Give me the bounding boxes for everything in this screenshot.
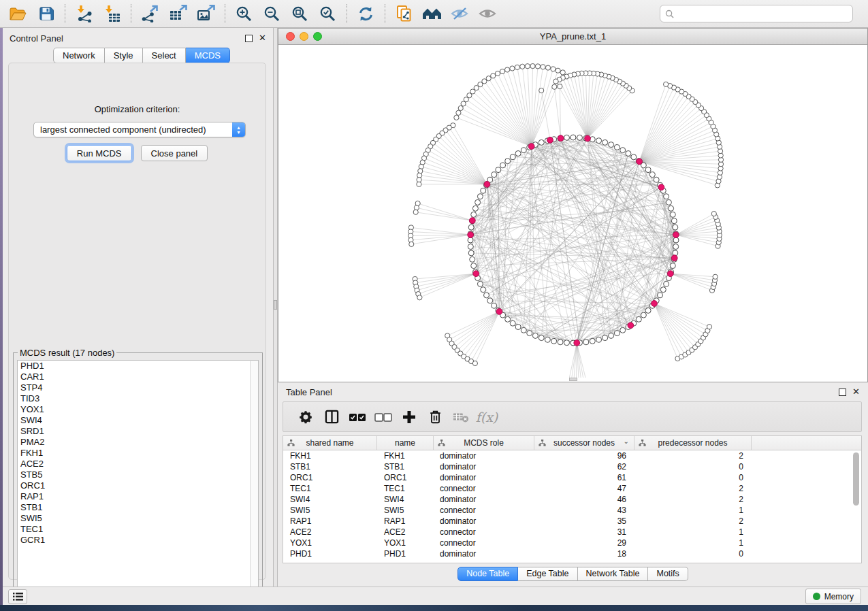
table-settings-icon[interactable] (293, 405, 319, 429)
graph-ring-node[interactable] (645, 308, 651, 313)
graph-mcds-hub-node[interactable] (468, 232, 474, 238)
add-column-icon[interactable] (396, 405, 422, 429)
graph-ring-node[interactable] (471, 212, 477, 217)
graph-mcds-hub-node[interactable] (628, 323, 634, 329)
tab-edge-table[interactable]: Edge Table (518, 567, 577, 581)
table-row[interactable]: ORC1ORC1dominator610 (283, 472, 861, 483)
graph-leaf-node[interactable] (539, 88, 544, 93)
export-image-icon[interactable] (192, 2, 220, 25)
mcds-result-item[interactable]: FKH1 (18, 448, 250, 459)
graph-ring-node[interactable] (468, 237, 473, 243)
graph-mcds-hub-node[interactable] (652, 301, 658, 307)
graph-leaf-node[interactable] (458, 105, 463, 110)
graph-ring-node[interactable] (532, 333, 538, 338)
deselect-all-rows-icon[interactable] (370, 405, 396, 429)
graph-ring-node[interactable] (468, 225, 474, 230)
memory-button[interactable]: Memory (805, 589, 861, 604)
graph-ring-node[interactable] (602, 139, 608, 145)
show-column-panel-icon[interactable] (319, 405, 344, 429)
graph-ring-node[interactable] (660, 287, 666, 293)
graph-leaf-node[interactable] (495, 71, 500, 76)
mcds-result-item[interactable]: YOX1 (18, 404, 250, 415)
mcds-result-item[interactable]: PHD1 (18, 361, 250, 371)
open-file-icon[interactable] (4, 2, 32, 25)
table-row[interactable]: FKH1FKH1dominator962 (283, 450, 861, 461)
graph-ring-node[interactable] (596, 138, 602, 144)
mcds-result-item[interactable]: TID3 (18, 393, 250, 404)
graph-ring-node[interactable] (654, 177, 659, 182)
graph-ring-node[interactable] (673, 225, 678, 230)
graph-ring-node[interactable] (472, 205, 478, 211)
table-row[interactable]: SWI4SWI4dominator462 (283, 494, 861, 505)
first-neighbors-icon[interactable] (418, 2, 446, 25)
tab-select[interactable]: Select (143, 48, 186, 63)
run-mcds-button[interactable]: Run MCDS (67, 145, 132, 161)
graph-leaf-node[interactable] (664, 82, 669, 86)
refresh-layout-icon[interactable] (352, 2, 380, 25)
zoom-out-icon[interactable] (258, 2, 286, 25)
graph-ring-node[interactable] (564, 340, 570, 346)
select-all-rows-icon[interactable] (344, 405, 370, 429)
column-header-mcds-role[interactable]: MCDS role (434, 436, 534, 450)
delete-column-icon[interactable] (422, 405, 448, 429)
graph-leaf-node[interactable] (482, 79, 487, 84)
graph-ring-node[interactable] (539, 335, 544, 341)
graph-ring-node[interactable] (521, 148, 526, 153)
export-network-icon[interactable] (136, 2, 164, 25)
graph-leaf-node[interactable] (491, 73, 496, 78)
search-input[interactable] (660, 5, 853, 22)
graph-mcds-hub-node[interactable] (547, 137, 553, 144)
graph-leaf-node[interactable] (541, 65, 545, 69)
graph-ring-node[interactable] (669, 205, 674, 211)
close-panel-icon[interactable]: ✕ (259, 33, 266, 43)
graph-leaf-node[interactable] (552, 84, 557, 89)
graph-leaf-node[interactable] (520, 64, 525, 69)
mcds-result-item[interactable]: ACE2 (18, 459, 250, 469)
graph-ring-node[interactable] (641, 312, 646, 318)
table-row[interactable]: YOX1YOX1connector291 (283, 538, 861, 548)
table-row[interactable]: RAP1RAP1dominator352 (283, 516, 861, 527)
graph-ring-node[interactable] (510, 320, 515, 326)
table-row[interactable]: PHD1PHD1dominator180 (283, 548, 861, 559)
graph-leaf-node[interactable] (551, 67, 556, 71)
graph-leaf-node[interactable] (711, 212, 716, 216)
table-row[interactable]: STB1STB1dominator620 (283, 461, 861, 472)
graph-leaf-node[interactable] (515, 65, 519, 69)
task-history-button[interactable] (8, 589, 27, 604)
graph-leaf-node[interactable] (409, 242, 414, 246)
graph-mcds-hub-node[interactable] (574, 340, 580, 346)
graph-ring-node[interactable] (596, 337, 602, 342)
graph-mcds-hub-node[interactable] (585, 135, 591, 142)
mcds-result-item[interactable]: GCR1 (18, 535, 250, 546)
mcds-result-item[interactable]: ORC1 (18, 480, 250, 491)
graph-mcds-hub-node[interactable] (484, 181, 490, 187)
save-session-icon[interactable] (32, 2, 60, 25)
graph-ring-node[interactable] (570, 135, 576, 140)
graph-ring-node[interactable] (670, 263, 675, 269)
graph-mcds-hub-node[interactable] (496, 309, 502, 315)
graph-ring-node[interactable] (492, 303, 497, 308)
graph-mcds-hub-node[interactable] (528, 144, 534, 150)
graph-leaf-node[interactable] (713, 274, 718, 279)
tab-motifs[interactable]: Motifs (648, 567, 688, 581)
graph-leaf-node[interactable] (560, 70, 565, 75)
graph-ring-node[interactable] (492, 172, 497, 178)
zoom-in-icon[interactable] (230, 2, 258, 25)
graph-leaf-node[interactable] (417, 182, 421, 186)
graph-ring-node[interactable] (475, 199, 481, 205)
mcds-result-item[interactable]: STB1 (18, 502, 250, 513)
graph-leaf-node[interactable] (472, 361, 477, 365)
delete-table-icon[interactable] (448, 405, 474, 429)
graph-ring-node[interactable] (564, 135, 570, 140)
graph-ring-node[interactable] (609, 142, 614, 148)
graph-ring-node[interactable] (614, 144, 620, 150)
graph-ring-node[interactable] (670, 212, 675, 217)
graph-mcds-hub-node[interactable] (558, 135, 564, 142)
graph-ring-node[interactable] (620, 327, 626, 333)
show-all-icon[interactable] (474, 2, 502, 25)
graph-ring-node[interactable] (477, 194, 483, 199)
graph-ring-node[interactable] (481, 188, 486, 193)
graph-ring-node[interactable] (631, 154, 637, 160)
graph-ring-node[interactable] (620, 148, 626, 153)
graph-mcds-hub-node[interactable] (469, 218, 475, 224)
